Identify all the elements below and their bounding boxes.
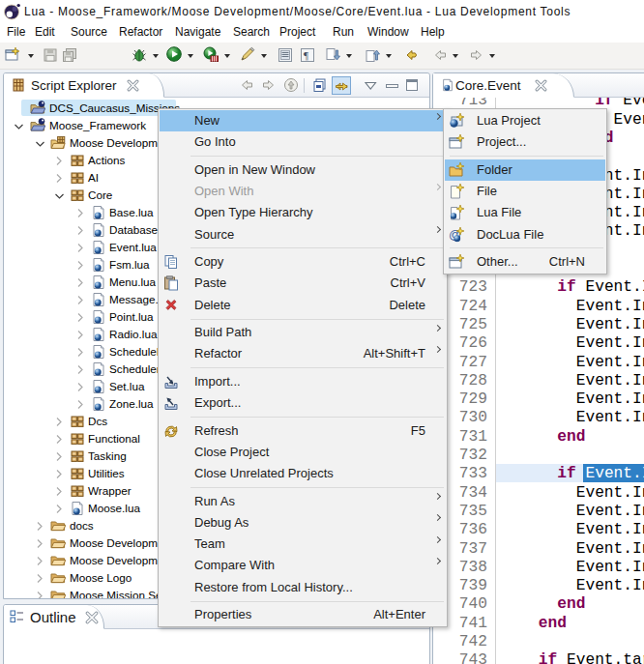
svg-text:¶: ¶: [304, 49, 308, 61]
